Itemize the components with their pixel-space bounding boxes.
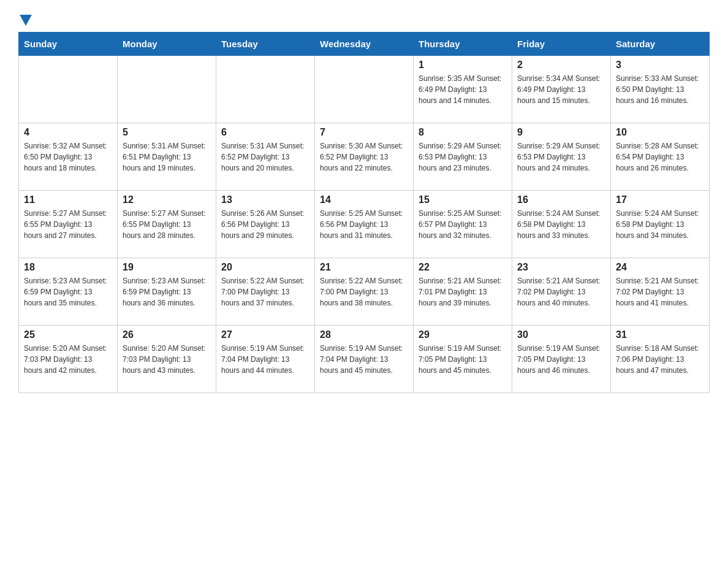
- calendar-cell: 10Sunrise: 5:28 AM Sunset: 6:54 PM Dayli…: [611, 123, 710, 191]
- page-header: [18, 12, 710, 26]
- calendar-cell: 11Sunrise: 5:27 AM Sunset: 6:55 PM Dayli…: [19, 191, 118, 258]
- day-number: 17: [616, 194, 704, 205]
- weekday-header-thursday: Thursday: [414, 33, 512, 56]
- calendar-cell: 31Sunrise: 5:18 AM Sunset: 7:06 PM Dayli…: [611, 326, 710, 393]
- day-number: 21: [320, 262, 408, 273]
- day-number: 6: [221, 127, 309, 138]
- calendar-cell: 17Sunrise: 5:24 AM Sunset: 6:58 PM Dayli…: [611, 191, 710, 258]
- calendar-cell: [216, 56, 315, 123]
- calendar-cell: 1Sunrise: 5:35 AM Sunset: 6:49 PM Daylig…: [414, 56, 512, 123]
- day-number: 18: [24, 262, 112, 273]
- calendar-table: SundayMondayTuesdayWednesdayThursdayFrid…: [18, 32, 710, 393]
- calendar-header-row: SundayMondayTuesdayWednesdayThursdayFrid…: [19, 33, 710, 56]
- day-number: 9: [517, 127, 605, 138]
- day-info: Sunrise: 5:21 AM Sunset: 7:02 PM Dayligh…: [517, 275, 605, 308]
- day-info: Sunrise: 5:19 AM Sunset: 7:05 PM Dayligh…: [517, 343, 605, 376]
- day-info: Sunrise: 5:26 AM Sunset: 6:56 PM Dayligh…: [221, 208, 309, 241]
- day-info: Sunrise: 5:25 AM Sunset: 6:56 PM Dayligh…: [320, 208, 408, 241]
- day-info: Sunrise: 5:21 AM Sunset: 7:01 PM Dayligh…: [419, 275, 507, 308]
- day-number: 19: [123, 262, 211, 273]
- calendar-cell: 29Sunrise: 5:19 AM Sunset: 7:05 PM Dayli…: [414, 326, 512, 393]
- day-info: Sunrise: 5:30 AM Sunset: 6:52 PM Dayligh…: [320, 140, 408, 174]
- day-info: Sunrise: 5:31 AM Sunset: 6:52 PM Dayligh…: [221, 140, 309, 174]
- calendar-cell: 28Sunrise: 5:19 AM Sunset: 7:04 PM Dayli…: [315, 326, 414, 393]
- calendar-cell: 5Sunrise: 5:31 AM Sunset: 6:51 PM Daylig…: [118, 123, 216, 191]
- weekday-header-wednesday: Wednesday: [315, 33, 414, 56]
- day-number: 27: [221, 329, 309, 340]
- day-number: 11: [24, 194, 112, 205]
- day-number: 8: [419, 127, 507, 138]
- weekday-header-sunday: Sunday: [19, 33, 118, 56]
- day-number: 26: [123, 329, 211, 340]
- day-number: 12: [123, 194, 211, 205]
- day-info: Sunrise: 5:33 AM Sunset: 6:50 PM Dayligh…: [616, 73, 704, 106]
- day-number: 13: [221, 194, 309, 205]
- calendar-week-1: 1Sunrise: 5:35 AM Sunset: 6:49 PM Daylig…: [19, 56, 710, 123]
- calendar-cell: 3Sunrise: 5:33 AM Sunset: 6:50 PM Daylig…: [611, 56, 710, 123]
- calendar-cell: 2Sunrise: 5:34 AM Sunset: 6:49 PM Daylig…: [512, 56, 611, 123]
- calendar-week-5: 25Sunrise: 5:20 AM Sunset: 7:03 PM Dayli…: [19, 326, 710, 393]
- calendar-cell: 18Sunrise: 5:23 AM Sunset: 6:59 PM Dayli…: [19, 258, 118, 326]
- calendar-cell: [315, 56, 414, 123]
- day-number: 25: [24, 329, 112, 340]
- day-number: 23: [517, 262, 605, 273]
- day-info: Sunrise: 5:19 AM Sunset: 7:05 PM Dayligh…: [419, 343, 507, 376]
- day-info: Sunrise: 5:27 AM Sunset: 6:55 PM Dayligh…: [123, 208, 211, 241]
- calendar-cell: [118, 56, 216, 123]
- day-info: Sunrise: 5:25 AM Sunset: 6:57 PM Dayligh…: [419, 208, 507, 241]
- weekday-header-friday: Friday: [512, 33, 611, 56]
- day-number: 31: [616, 329, 704, 340]
- calendar-cell: 12Sunrise: 5:27 AM Sunset: 6:55 PM Dayli…: [118, 191, 216, 258]
- logo-triangle-icon: [20, 15, 32, 26]
- calendar-cell: [19, 56, 118, 123]
- calendar-cell: 20Sunrise: 5:22 AM Sunset: 7:00 PM Dayli…: [216, 258, 315, 326]
- calendar-cell: 7Sunrise: 5:30 AM Sunset: 6:52 PM Daylig…: [315, 123, 414, 191]
- day-info: Sunrise: 5:32 AM Sunset: 6:50 PM Dayligh…: [24, 140, 112, 174]
- calendar-cell: 27Sunrise: 5:19 AM Sunset: 7:04 PM Dayli…: [216, 326, 315, 393]
- calendar-cell: 23Sunrise: 5:21 AM Sunset: 7:02 PM Dayli…: [512, 258, 611, 326]
- day-info: Sunrise: 5:20 AM Sunset: 7:03 PM Dayligh…: [123, 343, 211, 376]
- calendar-cell: 24Sunrise: 5:21 AM Sunset: 7:02 PM Dayli…: [611, 258, 710, 326]
- calendar-week-3: 11Sunrise: 5:27 AM Sunset: 6:55 PM Dayli…: [19, 191, 710, 258]
- calendar-cell: 6Sunrise: 5:31 AM Sunset: 6:52 PM Daylig…: [216, 123, 315, 191]
- day-number: 1: [419, 59, 507, 71]
- day-info: Sunrise: 5:34 AM Sunset: 6:49 PM Dayligh…: [517, 73, 605, 106]
- day-info: Sunrise: 5:24 AM Sunset: 6:58 PM Dayligh…: [616, 208, 704, 241]
- calendar-cell: 8Sunrise: 5:29 AM Sunset: 6:53 PM Daylig…: [414, 123, 512, 191]
- calendar-cell: 25Sunrise: 5:20 AM Sunset: 7:03 PM Dayli…: [19, 326, 118, 393]
- calendar-cell: 19Sunrise: 5:23 AM Sunset: 6:59 PM Dayli…: [118, 258, 216, 326]
- weekday-header-tuesday: Tuesday: [216, 33, 315, 56]
- day-info: Sunrise: 5:19 AM Sunset: 7:04 PM Dayligh…: [320, 343, 408, 376]
- day-number: 15: [419, 194, 507, 205]
- day-info: Sunrise: 5:28 AM Sunset: 6:54 PM Dayligh…: [616, 140, 704, 174]
- day-info: Sunrise: 5:27 AM Sunset: 6:55 PM Dayligh…: [24, 208, 112, 241]
- calendar-cell: 22Sunrise: 5:21 AM Sunset: 7:01 PM Dayli…: [414, 258, 512, 326]
- weekday-header-saturday: Saturday: [611, 33, 710, 56]
- day-info: Sunrise: 5:24 AM Sunset: 6:58 PM Dayligh…: [517, 208, 605, 241]
- day-info: Sunrise: 5:21 AM Sunset: 7:02 PM Dayligh…: [616, 275, 704, 308]
- day-number: 22: [419, 262, 507, 273]
- calendar-cell: 30Sunrise: 5:19 AM Sunset: 7:05 PM Dayli…: [512, 326, 611, 393]
- calendar-cell: 4Sunrise: 5:32 AM Sunset: 6:50 PM Daylig…: [19, 123, 118, 191]
- day-info: Sunrise: 5:29 AM Sunset: 6:53 PM Dayligh…: [517, 140, 605, 174]
- weekday-header-monday: Monday: [118, 33, 216, 56]
- day-info: Sunrise: 5:31 AM Sunset: 6:51 PM Dayligh…: [123, 140, 211, 174]
- day-number: 3: [616, 59, 704, 71]
- calendar-week-4: 18Sunrise: 5:23 AM Sunset: 6:59 PM Dayli…: [19, 258, 710, 326]
- day-number: 4: [24, 127, 112, 138]
- day-info: Sunrise: 5:23 AM Sunset: 6:59 PM Dayligh…: [24, 275, 112, 308]
- day-info: Sunrise: 5:20 AM Sunset: 7:03 PM Dayligh…: [24, 343, 112, 376]
- day-number: 29: [419, 329, 507, 340]
- day-number: 16: [517, 194, 605, 205]
- day-number: 24: [616, 262, 704, 273]
- day-info: Sunrise: 5:35 AM Sunset: 6:49 PM Dayligh…: [419, 73, 507, 106]
- logo: [18, 12, 32, 26]
- day-number: 14: [320, 194, 408, 205]
- day-info: Sunrise: 5:19 AM Sunset: 7:04 PM Dayligh…: [221, 343, 309, 376]
- day-number: 7: [320, 127, 408, 138]
- day-info: Sunrise: 5:18 AM Sunset: 7:06 PM Dayligh…: [616, 343, 704, 376]
- calendar-cell: 13Sunrise: 5:26 AM Sunset: 6:56 PM Dayli…: [216, 191, 315, 258]
- calendar-cell: 26Sunrise: 5:20 AM Sunset: 7:03 PM Dayli…: [118, 326, 216, 393]
- calendar-cell: 16Sunrise: 5:24 AM Sunset: 6:58 PM Dayli…: [512, 191, 611, 258]
- calendar-cell: 14Sunrise: 5:25 AM Sunset: 6:56 PM Dayli…: [315, 191, 414, 258]
